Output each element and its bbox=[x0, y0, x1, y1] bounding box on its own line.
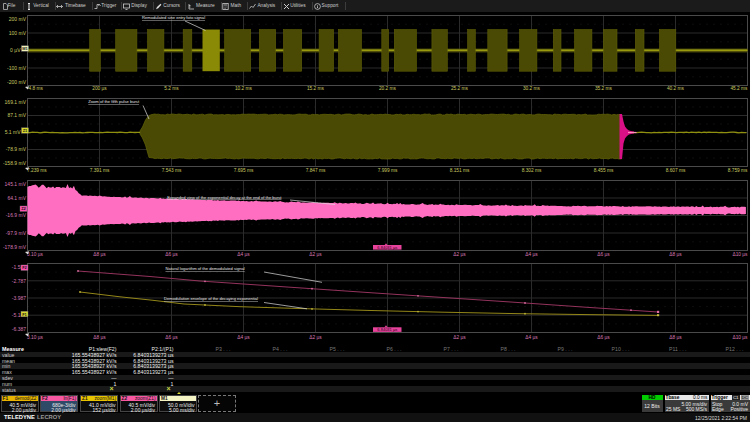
svg-text:40.2 ms: 40.2 ms bbox=[667, 86, 685, 91]
svg-text:87.1 mV: 87.1 mV bbox=[7, 112, 26, 118]
svg-text:7.543 ms: 7.543 ms bbox=[162, 168, 182, 173]
svg-text:-100 mV: -100 mV bbox=[7, 65, 27, 71]
svg-text:Δ4 µs: Δ4 µs bbox=[525, 252, 538, 257]
svg-text:200 mV: 200 mV bbox=[9, 16, 27, 22]
svg-text:7.695 ms: 7.695 ms bbox=[234, 168, 254, 173]
svg-text:-2.787: -2.787 bbox=[12, 278, 26, 284]
svg-text:100 mV: 100 mV bbox=[9, 30, 27, 36]
svg-text:Δ2 µs: Δ2 µs bbox=[453, 252, 466, 257]
svg-text:Δ8 µs: Δ8 µs bbox=[93, 252, 106, 257]
svg-text:Remodulated sine entry foto si: Remodulated sine entry foto signal bbox=[142, 15, 205, 20]
svg-text:15.2 ms: 15.2 ms bbox=[307, 86, 325, 91]
svg-text:Δ6 µs: Δ6 µs bbox=[597, 335, 610, 340]
svg-text:Expanded view of the exponenti: Expanded view of the exponential decay a… bbox=[167, 195, 282, 200]
svg-text:F1: F1 bbox=[22, 312, 27, 317]
svg-text:-200 mV: -200 mV bbox=[7, 79, 27, 85]
svg-text:Δ4 µs: Δ4 µs bbox=[237, 335, 250, 340]
svg-text:M1: M1 bbox=[22, 46, 28, 51]
svg-text:0 µV: 0 µV bbox=[10, 47, 21, 53]
svg-text:169.1 mV: 169.1 mV bbox=[5, 99, 27, 105]
svg-text:30.2 ms: 30.2 ms bbox=[523, 86, 541, 91]
svg-text:Z2: Z2 bbox=[21, 206, 26, 211]
svg-text:35.2 ms: 35.2 ms bbox=[595, 86, 613, 91]
svg-text:-4.8 ms: -4.8 ms bbox=[27, 86, 44, 91]
svg-text:3.10 µs: 3.10 µs bbox=[27, 335, 43, 340]
svg-text:-16.9 mV: -16.9 mV bbox=[6, 212, 27, 218]
svg-text:7.999 ms: 7.999 ms bbox=[378, 168, 398, 173]
svg-text:-6.387: -6.387 bbox=[12, 326, 26, 332]
svg-text:F2: F2 bbox=[22, 265, 27, 270]
svg-text:10.2 ms: 10.2 ms bbox=[235, 86, 253, 91]
svg-text:200 µs: 200 µs bbox=[92, 86, 107, 91]
svg-text:8.455 ms: 8.455 ms bbox=[594, 168, 614, 173]
svg-text:8.302 ms: 8.302 ms bbox=[522, 168, 542, 173]
svg-text:Natural logarithm of the demod: Natural logarithm of the demodulated sig… bbox=[166, 266, 245, 271]
svg-text:6.84031 µs: 6.84031 µs bbox=[377, 327, 397, 332]
svg-text:-178.9 mV: -178.9 mV bbox=[3, 244, 27, 250]
svg-text:5.2 ms: 5.2 ms bbox=[164, 86, 179, 91]
svg-text:25.2 ms: 25.2 ms bbox=[451, 86, 469, 91]
svg-text:Δ2 µs: Δ2 µs bbox=[309, 335, 322, 340]
svg-text:7.391 ms: 7.391 ms bbox=[90, 168, 110, 173]
svg-text:Δ4 µs: Δ4 µs bbox=[237, 252, 250, 257]
svg-text:Demodulation envelope of the d: Demodulation envelope of the decaying ex… bbox=[164, 296, 258, 301]
svg-text:8.151 ms: 8.151 ms bbox=[450, 168, 470, 173]
svg-text:20.2 ms: 20.2 ms bbox=[379, 86, 397, 91]
svg-text:8.607 ms: 8.607 ms bbox=[666, 168, 686, 173]
svg-text:Δ4 µs: Δ4 µs bbox=[525, 335, 538, 340]
svg-text:Δ6 µs: Δ6 µs bbox=[165, 252, 178, 257]
svg-text:Δ8 µs: Δ8 µs bbox=[669, 335, 682, 340]
svg-text:8.759 ms: 8.759 ms bbox=[728, 168, 748, 173]
svg-text:-97.9 mV: -97.9 mV bbox=[6, 230, 27, 236]
svg-text:Δ8 µs: Δ8 µs bbox=[669, 252, 682, 257]
svg-text:-3.987: -3.987 bbox=[12, 295, 26, 301]
svg-text:Z1: Z1 bbox=[23, 128, 28, 133]
svg-text:Δ10 µs: Δ10 µs bbox=[732, 335, 748, 340]
svg-text:Δ2 µs: Δ2 µs bbox=[453, 335, 466, 340]
svg-text:6.84031 µs: 6.84031 µs bbox=[377, 245, 397, 250]
svg-text:7.847 ms: 7.847 ms bbox=[306, 168, 326, 173]
svg-text:Δ8 µs: Δ8 µs bbox=[93, 335, 106, 340]
svg-text:5.1 mV: 5.1 mV bbox=[5, 129, 22, 135]
svg-text:3.10 µs: 3.10 µs bbox=[27, 252, 43, 257]
svg-text:Δ2 µs: Δ2 µs bbox=[309, 252, 322, 257]
svg-text:45.2 ms: 45.2 ms bbox=[730, 86, 748, 91]
svg-text:Δ6 µs: Δ6 µs bbox=[597, 252, 610, 257]
svg-text:7.239 ms: 7.239 ms bbox=[27, 168, 47, 173]
svg-text:-158.9 mV: -158.9 mV bbox=[3, 160, 27, 166]
svg-text:Δ6 µs: Δ6 µs bbox=[165, 335, 178, 340]
svg-text:64.1 mV: 64.1 mV bbox=[7, 195, 26, 201]
svg-text:Zoom of the fifth pulse burst: Zoom of the fifth pulse burst bbox=[88, 99, 140, 104]
svg-text:145.1 mV: 145.1 mV bbox=[5, 181, 27, 187]
svg-text:-78.9 mV: -78.9 mV bbox=[6, 146, 27, 152]
svg-text:Δ10 µs: Δ10 µs bbox=[732, 252, 748, 257]
